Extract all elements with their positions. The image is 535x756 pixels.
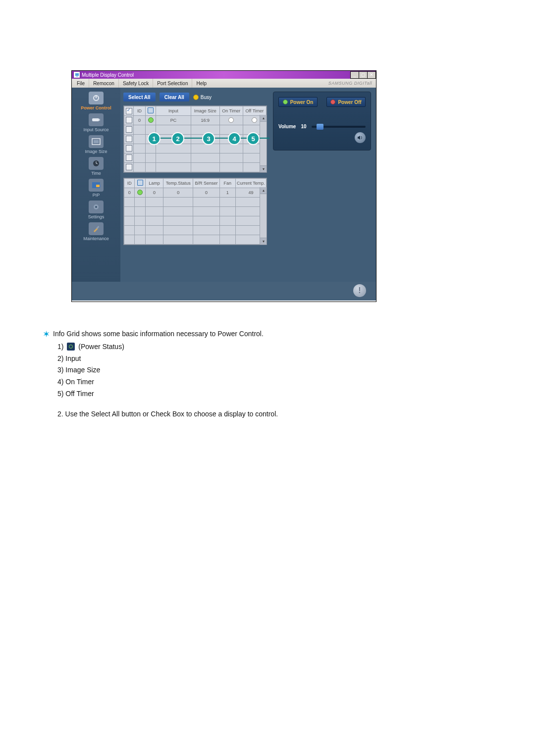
pip-icon bbox=[89, 179, 104, 192]
clear-all-button[interactable]: Clear All bbox=[160, 93, 189, 101]
app-icon bbox=[73, 71, 80, 78]
sidebar-item-time[interactable]: Time bbox=[72, 157, 120, 176]
maximize-button[interactable]: ▢ bbox=[359, 71, 368, 79]
star-icon: ✶ bbox=[43, 329, 50, 339]
volume-slider[interactable] bbox=[312, 126, 366, 128]
minimize-button[interactable]: _ bbox=[350, 71, 359, 79]
svg-rect-1 bbox=[76, 76, 78, 77]
svg-rect-4 bbox=[92, 118, 99, 121]
callout-2: 2 bbox=[171, 132, 184, 145]
table-row[interactable] bbox=[124, 226, 267, 235]
speaker-icon[interactable] bbox=[355, 132, 366, 143]
power-status-header-icon bbox=[137, 180, 143, 186]
status-grid[interactable]: ID Lamp Temp.Status B/R Senser Fan Curre… bbox=[124, 178, 267, 245]
svg-rect-12 bbox=[96, 185, 100, 187]
table-row[interactable] bbox=[124, 153, 267, 163]
sidebar-item-image-size[interactable]: Image Size bbox=[72, 135, 120, 154]
window-title: Multiple Display Control bbox=[82, 72, 351, 78]
scroll-down-icon[interactable]: ▾ bbox=[260, 165, 267, 172]
warning-icon[interactable]: ! bbox=[353, 284, 366, 297]
table-row[interactable] bbox=[124, 198, 267, 207]
table-row[interactable] bbox=[124, 163, 267, 172]
power-icon bbox=[89, 92, 104, 104]
sidebar-item-settings[interactable]: Settings bbox=[72, 201, 120, 219]
svg-rect-5 bbox=[99, 119, 100, 121]
gear-icon bbox=[89, 201, 104, 213]
brand-label: SAMSUNG DIGITall bbox=[328, 81, 375, 86]
svg-point-14 bbox=[95, 206, 97, 208]
close-button[interactable]: ✕ bbox=[367, 71, 376, 79]
brush-icon bbox=[89, 222, 104, 235]
callout-5: 5 bbox=[247, 132, 260, 145]
description: ✶Info Grid shows some basic information … bbox=[43, 327, 409, 421]
power-status-header-icon bbox=[148, 107, 154, 113]
table-row[interactable] bbox=[124, 207, 267, 216]
power-status-mini-icon bbox=[67, 343, 75, 351]
clock-icon bbox=[89, 157, 104, 170]
sidebar-item-pip[interactable]: PIP bbox=[72, 179, 120, 198]
app-window: Multiple Display Control _ ▢ ✕ File Remo… bbox=[71, 70, 376, 302]
menu-remocon[interactable]: Remocon bbox=[89, 79, 119, 88]
table-row[interactable] bbox=[124, 235, 267, 245]
ontimer-icon bbox=[228, 117, 234, 123]
menu-help[interactable]: Help bbox=[192, 79, 211, 88]
table-row[interactable] bbox=[124, 144, 267, 153]
row-checkbox[interactable] bbox=[126, 117, 132, 123]
footer: ! bbox=[72, 282, 376, 301]
info-grid[interactable]: ID Input Image Size On Timer Off Timer 0 bbox=[124, 106, 267, 172]
callout-4: 4 bbox=[228, 132, 241, 145]
volume-label: Volume bbox=[278, 124, 296, 129]
aspect-icon bbox=[89, 135, 104, 148]
power-on-button[interactable]: Power On bbox=[278, 97, 318, 107]
status-on-icon bbox=[137, 190, 143, 195]
scroll-up-icon[interactable]: ▴ bbox=[260, 115, 267, 122]
table-row[interactable]: 0 0 0 0 1 49 bbox=[124, 188, 267, 198]
sidebar-item-power-control[interactable]: Power Control bbox=[72, 92, 120, 110]
table-row[interactable] bbox=[124, 135, 267, 144]
menu-file[interactable]: File bbox=[73, 79, 89, 88]
svg-rect-0 bbox=[75, 73, 78, 75]
volume-value: 10 bbox=[301, 124, 306, 129]
control-panel: Power On Power Off Volume 10 bbox=[273, 92, 371, 151]
menu-port-selection[interactable]: Port Selection bbox=[153, 79, 192, 88]
sidebar-item-maintenance[interactable]: Maintenance bbox=[72, 222, 120, 241]
table-row[interactable]: 0 PC 16:9 bbox=[124, 116, 267, 125]
titlebar[interactable]: Multiple Display Control _ ▢ ✕ bbox=[72, 71, 376, 79]
scrollbar[interactable]: ▴ ▾ bbox=[260, 115, 267, 172]
select-all-button[interactable]: Select All bbox=[123, 93, 156, 101]
led-off-icon bbox=[330, 100, 335, 104]
table-row[interactable] bbox=[124, 216, 267, 226]
menu-safety-lock[interactable]: Safety Lock bbox=[119, 79, 153, 88]
led-on-icon bbox=[283, 100, 288, 104]
scrollbar[interactable]: ▴ ▾ bbox=[260, 187, 267, 245]
sidebar: Power Control Input Source Image Size Ti… bbox=[72, 88, 120, 301]
power-off-button[interactable]: Power Off bbox=[326, 97, 366, 107]
scroll-up-icon[interactable]: ▴ bbox=[260, 187, 267, 194]
svg-rect-7 bbox=[94, 140, 99, 143]
header-checkbox[interactable] bbox=[126, 108, 132, 114]
status-on-icon bbox=[148, 117, 154, 123]
plug-icon bbox=[89, 113, 104, 126]
menubar: File Remocon Safety Lock Port Selection … bbox=[72, 79, 376, 88]
busy-indicator: Busy bbox=[193, 95, 212, 100]
sidebar-item-input-source[interactable]: Input Source bbox=[72, 113, 120, 132]
scroll-down-icon[interactable]: ▾ bbox=[260, 238, 267, 245]
offtimer-icon bbox=[252, 117, 257, 123]
slider-thumb[interactable] bbox=[317, 124, 323, 130]
busy-dot-icon bbox=[193, 95, 199, 100]
callout-3: 3 bbox=[202, 132, 215, 145]
callout-1: 1 bbox=[148, 132, 160, 145]
table-row[interactable] bbox=[124, 125, 267, 135]
